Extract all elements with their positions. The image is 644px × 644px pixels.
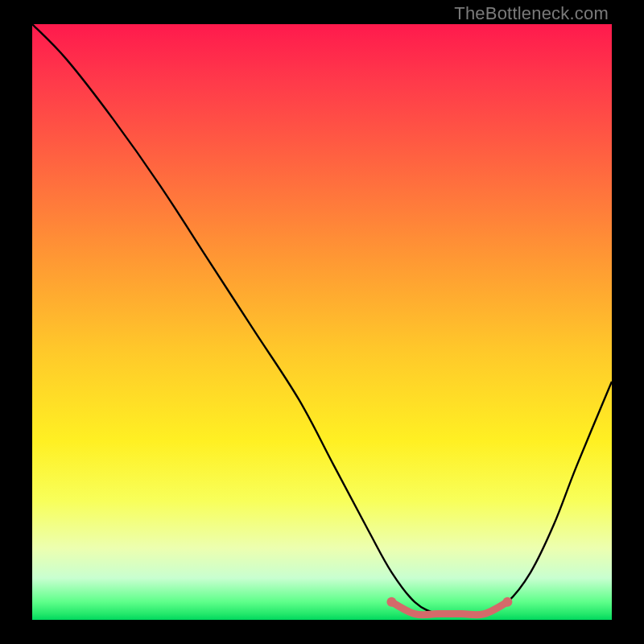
chart-gradient-background: [32, 24, 612, 620]
chart-frame: [32, 24, 612, 620]
watermark-text: TheBottleneck.com: [454, 3, 609, 24]
